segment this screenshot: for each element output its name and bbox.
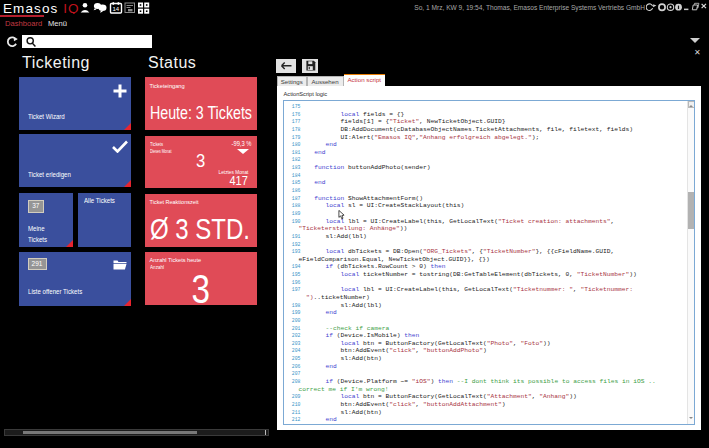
svg-text:14: 14 bbox=[112, 6, 119, 12]
